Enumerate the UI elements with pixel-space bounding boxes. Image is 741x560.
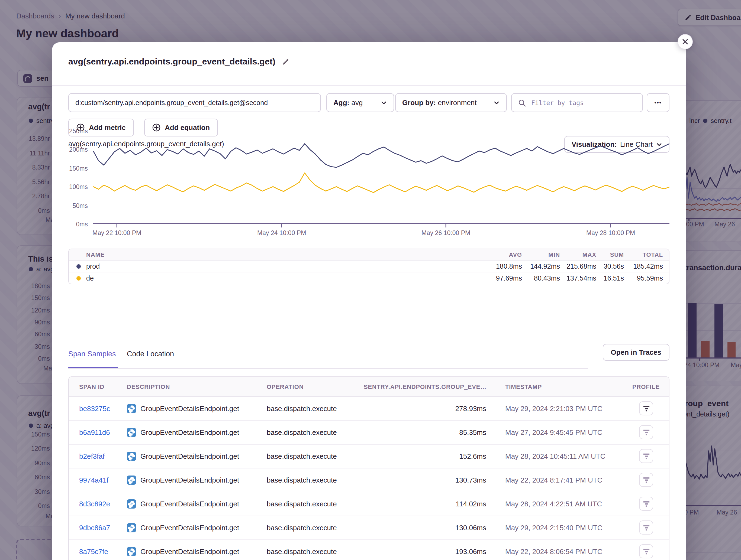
column-header: OPERATION	[267, 377, 304, 396]
span-timestamp: May 29, 2024 2:15:40 PM UTC	[505, 516, 602, 540]
plus-circle-icon	[152, 124, 160, 132]
column-header: DESCRIPTION	[127, 377, 170, 396]
modal-header: avg(sentry.api.endpoints.group_event_det…	[68, 51, 289, 73]
more-options-button[interactable]: •••	[647, 93, 669, 112]
span-description-text: GroupEventDetailsEndpoint.get	[140, 476, 239, 484]
series-min: 144.92ms	[530, 260, 560, 272]
span-description: GroupEventDetailsEndpoint.get	[127, 421, 239, 444]
metric-input[interactable]	[68, 93, 321, 112]
series-min: 80.43ms	[534, 272, 560, 284]
span-timestamp: May 22, 2024 8:17:41 PM UTC	[505, 469, 602, 492]
tab-code-location[interactable]: Code Location	[127, 350, 174, 358]
span-timestamp: May 22, 2024 8:06:54 PM UTC	[505, 540, 602, 560]
close-button[interactable]	[678, 34, 693, 49]
column-header: AVG	[509, 249, 522, 260]
chevron-down-icon	[493, 99, 500, 106]
profile-button[interactable]	[639, 449, 653, 463]
y-axis-label: 200ms	[69, 146, 88, 154]
span-operation: base.dispatch.execute	[267, 492, 337, 515]
span-metric-value: 193.06ms	[455, 540, 486, 560]
chevron-down-icon	[381, 99, 387, 106]
span-id-link[interactable]: 8a75c7fe	[79, 540, 108, 560]
profile-button[interactable]	[639, 401, 653, 415]
span-description-text: GroupEventDetailsEndpoint.get	[140, 548, 239, 556]
span-sample-row: be83275c GroupEventDetailsEndpoint.get b…	[69, 397, 669, 421]
span-id-link[interactable]: b6a911d6	[79, 421, 110, 444]
column-header: PROFILE	[632, 377, 660, 396]
span-timestamp: May 29, 2024 2:21:03 PM UTC	[505, 397, 602, 420]
span-timestamp: May 27, 2024 9:45:45 PM UTC	[505, 421, 602, 444]
span-description-text: GroupEventDetailsEndpoint.get	[140, 452, 239, 460]
span-description-text: GroupEventDetailsEndpoint.get	[140, 500, 239, 508]
span-description-text: GroupEventDetailsEndpoint.get	[140, 524, 239, 532]
flamegraph-icon	[643, 476, 650, 483]
group-by-select[interactable]: Group by: environment	[395, 93, 507, 112]
x-axis-label: May 22 10:00 PM	[92, 230, 141, 236]
python-icon	[127, 499, 136, 508]
modal-title: avg(sentry.api.endpoints.group_event_det…	[68, 57, 275, 67]
profile-button[interactable]	[639, 544, 653, 558]
span-sample-row: 9dbc86a7 GroupEventDetailsEndpoint.get b…	[69, 516, 669, 540]
tab-span-samples[interactable]: Span Samples	[68, 350, 116, 358]
x-axis-labels: May 22 10:00 PMMay 24 10:00 PMMay 26 10:…	[93, 230, 669, 237]
series-total: 95.59ms	[637, 272, 663, 284]
profile-button[interactable]	[639, 521, 653, 535]
y-axis-labels: 250ms200ms150ms100ms50ms0ms	[58, 127, 88, 228]
profile-button[interactable]	[639, 497, 653, 511]
summary-row[interactable]: de 97.69ms 80.43ms 137.54ms 16.51s 95.59…	[69, 272, 669, 284]
tag-filter-input[interactable]	[511, 93, 643, 112]
span-id-link[interactable]: be83275c	[79, 397, 110, 420]
series-max: 137.54ms	[566, 272, 596, 284]
python-icon	[127, 476, 136, 485]
edit-title-button[interactable]	[282, 58, 289, 66]
summary-row[interactable]: prod 180.8ms 144.92ms 215.68ms 30.56s 18…	[69, 260, 669, 272]
close-icon	[682, 38, 688, 45]
span-description-text: GroupEventDetailsEndpoint.get	[140, 428, 239, 436]
profile-button[interactable]	[639, 473, 653, 487]
span-sample-row: b2ef3faf GroupEventDetailsEndpoint.get b…	[69, 445, 669, 469]
span-metric-value: 85.35ms	[459, 421, 486, 444]
span-sample-row: 8a75c7fe GroupEventDetailsEndpoint.get b…	[69, 540, 669, 560]
span-description: GroupEventDetailsEndpoint.get	[127, 469, 239, 492]
span-id-link[interactable]: 9dbc86a7	[79, 516, 110, 540]
x-axis-label: May 28 10:00 PM	[586, 230, 635, 236]
line-chart-svg	[93, 131, 669, 229]
x-axis-label: May 26 10:00 PM	[421, 230, 470, 236]
open-in-traces-button[interactable]: Open in Traces	[603, 344, 669, 361]
span-metric-value: 130.06ms	[455, 516, 486, 540]
metric-details-modal: avg(sentry.api.endpoints.group_event_det…	[52, 42, 686, 560]
series-avg: 97.69ms	[496, 272, 522, 284]
span-metric-value: 114.02ms	[456, 492, 486, 515]
span-description: GroupEventDetailsEndpoint.get	[127, 540, 239, 560]
tag-filter-field[interactable]	[530, 98, 636, 107]
column-header: TIMESTAMP	[505, 377, 542, 396]
group-by-value: environment	[438, 98, 476, 107]
series-summary-table: NAME AVG MIN MAX SUM TOTAL prod 180.8ms …	[68, 249, 669, 284]
divider	[52, 85, 686, 86]
aggregate-value: avg	[351, 98, 363, 107]
search-icon	[518, 99, 526, 106]
span-operation: base.dispatch.execute	[267, 397, 337, 420]
series-sum: 16.51s	[604, 272, 624, 284]
flamegraph-icon	[643, 429, 650, 436]
span-metric-value: 130.73ms	[455, 469, 486, 492]
metric-input-field[interactable]	[69, 94, 320, 111]
span-operation: base.dispatch.execute	[267, 516, 337, 540]
series-name: prod	[86, 260, 100, 272]
span-id-link[interactable]: 8d3c892e	[79, 492, 110, 515]
column-header: SPAN ID	[79, 377, 104, 396]
divider	[68, 368, 588, 369]
span-timestamp: May 28, 2024 10:45:11 AM UTC	[505, 445, 605, 468]
series-color-dot	[76, 264, 81, 268]
line-chart	[93, 131, 669, 229]
pencil-icon	[282, 58, 289, 66]
profile-button[interactable]	[639, 425, 653, 439]
add-equation-label: Add equation	[165, 124, 210, 132]
y-axis-label: 0ms	[76, 221, 88, 228]
span-id-link[interactable]: 9974a41f	[79, 469, 109, 492]
span-metric-value: 152.6ms	[459, 445, 486, 468]
aggregate-select[interactable]: Agg: avg	[326, 93, 394, 112]
span-id-link[interactable]: b2ef3faf	[79, 445, 105, 468]
span-timestamp: May 28, 2024 4:22:51 AM UTC	[505, 492, 602, 515]
python-icon	[127, 523, 136, 532]
